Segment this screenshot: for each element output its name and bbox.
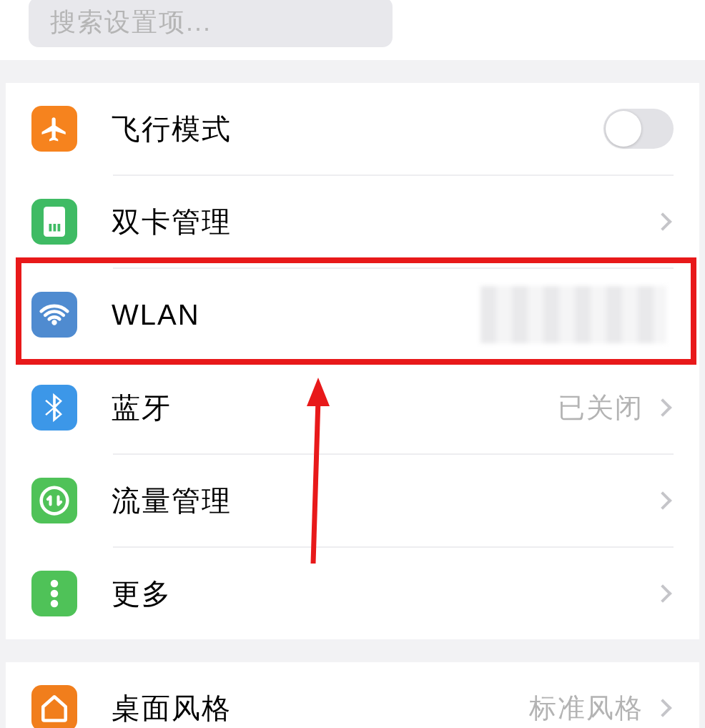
chevron-right-icon xyxy=(654,699,671,717)
chevron-right-icon xyxy=(654,212,671,230)
row-bluetooth[interactable]: 蓝牙 已关闭 xyxy=(6,362,699,453)
more-icon xyxy=(31,571,77,616)
home-icon xyxy=(31,685,77,728)
bluetooth-label: 蓝牙 xyxy=(112,388,558,428)
sim-label: 双卡管理 xyxy=(112,202,656,242)
wlan-label: WLAN xyxy=(112,299,480,331)
wlan-value-redacted xyxy=(480,286,666,343)
airplane-toggle[interactable] xyxy=(603,109,674,149)
bluetooth-value: 已关闭 xyxy=(558,390,644,426)
wifi-icon xyxy=(31,292,77,338)
svg-point-6 xyxy=(51,590,59,598)
row-sim-management[interactable]: 双卡管理 xyxy=(6,176,699,267)
chevron-right-icon xyxy=(654,491,671,509)
airplane-label: 飞行模式 xyxy=(112,109,603,149)
svg-rect-0 xyxy=(44,207,65,237)
svg-rect-2 xyxy=(54,224,56,232)
svg-point-5 xyxy=(51,580,59,588)
row-airplane-mode[interactable]: 飞行模式 xyxy=(6,83,699,174)
svg-rect-3 xyxy=(58,224,61,232)
bluetooth-icon xyxy=(31,385,77,431)
svg-point-4 xyxy=(41,488,68,514)
search-bar[interactable] xyxy=(29,0,393,47)
home-style-label: 桌面风格 xyxy=(112,689,529,728)
airplane-icon xyxy=(31,106,77,152)
row-more[interactable]: 更多 xyxy=(6,548,699,639)
row-home-style[interactable]: 桌面风格 标准风格 xyxy=(6,662,699,728)
row-wlan[interactable]: WLAN xyxy=(6,269,699,360)
home-style-value: 标准风格 xyxy=(529,690,644,727)
data-label: 流量管理 xyxy=(112,481,656,521)
row-data-management[interactable]: 流量管理 xyxy=(6,455,699,546)
svg-rect-1 xyxy=(49,224,52,232)
data-usage-icon xyxy=(31,478,77,523)
search-input[interactable] xyxy=(50,7,371,37)
svg-point-7 xyxy=(51,600,59,608)
more-label: 更多 xyxy=(112,574,656,614)
settings-group-connectivity: 飞行模式 双卡管理 WLAN 蓝牙 已关闭 xyxy=(6,83,699,639)
chevron-right-icon xyxy=(654,584,671,602)
sim-card-icon xyxy=(31,199,77,245)
settings-group-desktop: 桌面风格 标准风格 xyxy=(6,662,699,728)
chevron-right-icon xyxy=(654,398,671,416)
